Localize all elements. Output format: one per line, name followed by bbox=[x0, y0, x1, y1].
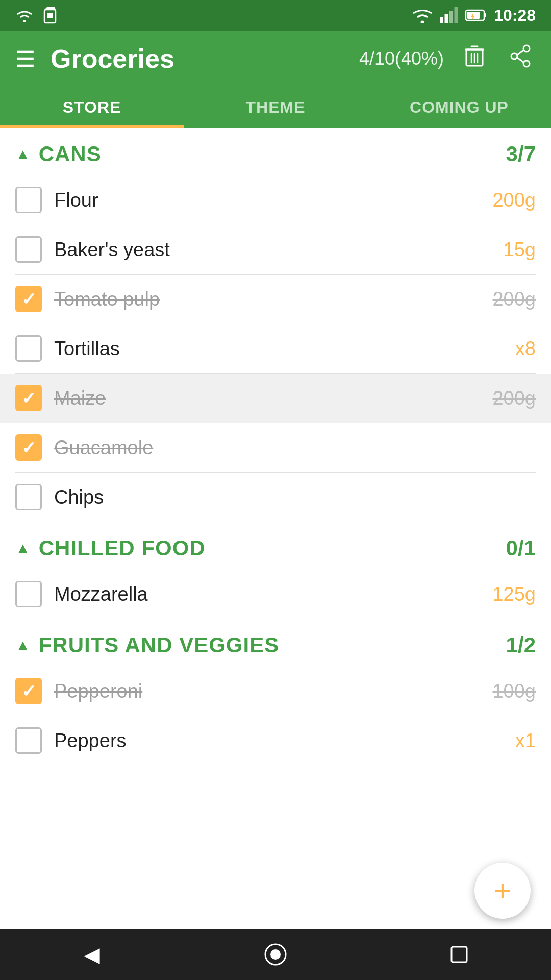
fruits-title: FRUITS AND VEGGIES bbox=[39, 633, 280, 657]
cans-title: CANS bbox=[39, 142, 102, 166]
mozzarella-checkbox[interactable] bbox=[15, 581, 42, 607]
share-icon[interactable] bbox=[505, 39, 536, 78]
fruits-collapse-icon[interactable]: ▲ bbox=[15, 636, 31, 654]
svg-rect-10 bbox=[484, 13, 486, 17]
cans-collapse-icon[interactable]: ▲ bbox=[15, 145, 31, 163]
pepperoni-qty: 100g bbox=[492, 680, 536, 702]
tortillas-checkbox[interactable] bbox=[15, 335, 42, 362]
chilled-collapse-icon[interactable]: ▲ bbox=[15, 540, 31, 557]
section-header-chilled: ▲ CHILLED FOOD 0/1 bbox=[0, 522, 551, 570]
tab-coming-up[interactable]: COMING UP bbox=[367, 87, 551, 128]
cans-count: 3/7 bbox=[506, 142, 536, 166]
tortillas-qty: x8 bbox=[515, 338, 536, 360]
mozzarella-name: Mozzarella bbox=[54, 583, 484, 605]
svg-line-16 bbox=[517, 50, 523, 55]
tab-bar: STORE THEME COMING UP bbox=[0, 87, 551, 128]
delete-icon[interactable] bbox=[459, 39, 490, 78]
tab-theme[interactable]: THEME bbox=[184, 87, 367, 128]
svg-point-13 bbox=[523, 45, 530, 52]
list-item: ✓ Maize 200g bbox=[0, 374, 551, 423]
peppers-name: Peppers bbox=[54, 730, 507, 752]
svg-rect-5 bbox=[440, 17, 443, 23]
header: ☰ Groceries 4/10(40%) bbox=[0, 31, 551, 87]
pepperoni-checkbox[interactable]: ✓ bbox=[15, 678, 42, 704]
wifi-icon bbox=[15, 6, 34, 24]
status-bar-left bbox=[15, 6, 60, 24]
section-cans: ▲ CANS 3/7 Flour 200g Baker's yeast 15g … bbox=[0, 128, 551, 522]
section-header-fruits: ▲ FRUITS AND VEGGIES 1/2 bbox=[0, 619, 551, 667]
add-button[interactable]: + bbox=[474, 863, 531, 919]
list-item: Mozzarella 125g bbox=[0, 570, 551, 619]
tomato-pulp-checkbox[interactable]: ✓ bbox=[15, 286, 42, 312]
tomato-pulp-qty: 200g bbox=[492, 288, 536, 310]
item-count: 4/10(40%) bbox=[359, 48, 444, 69]
svg-point-19 bbox=[270, 949, 281, 960]
svg-point-0 bbox=[23, 20, 26, 22]
bakers-yeast-qty: 15g bbox=[504, 239, 536, 261]
svg-point-14 bbox=[511, 53, 517, 59]
home-button[interactable] bbox=[255, 934, 296, 975]
tomato-pulp-name: Tomato pulp bbox=[54, 288, 484, 310]
status-bar-right: 10:28 bbox=[412, 6, 536, 25]
battery-icon bbox=[465, 8, 487, 22]
chips-name: Chips bbox=[54, 486, 536, 508]
maize-qty: 200g bbox=[492, 387, 536, 409]
add-icon: + bbox=[494, 876, 511, 905]
section-chilled-food: ▲ CHILLED FOOD 0/1 Mozzarella 125g bbox=[0, 522, 551, 619]
flour-name: Flour bbox=[54, 189, 484, 211]
tortillas-name: Tortillas bbox=[54, 338, 507, 360]
svg-point-4 bbox=[421, 21, 424, 24]
fruits-count: 1/2 bbox=[506, 633, 536, 657]
list-item: Flour 200g bbox=[0, 176, 551, 225]
chips-checkbox[interactable] bbox=[15, 484, 42, 510]
app-title: Groceries bbox=[51, 43, 344, 74]
bakers-yeast-checkbox[interactable] bbox=[15, 236, 42, 263]
svg-marker-2 bbox=[44, 7, 56, 10]
content: ▲ CANS 3/7 Flour 200g Baker's yeast 15g … bbox=[0, 128, 551, 847]
guacamole-name: Guacamole bbox=[54, 437, 536, 459]
chilled-title: CHILLED FOOD bbox=[39, 536, 206, 560]
maize-name: Maize bbox=[54, 387, 484, 409]
list-item: Peppers x1 bbox=[0, 716, 551, 765]
mozzarella-qty: 125g bbox=[492, 583, 536, 605]
list-item: Chips bbox=[0, 473, 551, 522]
svg-rect-20 bbox=[452, 947, 467, 962]
section-header-cans: ▲ CANS 3/7 bbox=[0, 128, 551, 176]
flour-qty: 200g bbox=[492, 189, 536, 211]
chilled-count: 0/1 bbox=[506, 536, 536, 560]
pepperoni-name: Pepperoni bbox=[54, 680, 484, 702]
guacamole-checkbox[interactable]: ✓ bbox=[15, 434, 42, 461]
signal-icon bbox=[440, 7, 458, 23]
status-bar: 10:28 bbox=[0, 0, 551, 31]
svg-rect-7 bbox=[449, 11, 453, 23]
list-item: Tortillas x8 bbox=[0, 324, 551, 373]
menu-icon[interactable]: ☰ bbox=[15, 46, 35, 72]
section-fruits-veggies: ▲ FRUITS AND VEGGIES 1/2 ✓ Pepperoni 100… bbox=[0, 619, 551, 765]
back-button[interactable]: ◀ bbox=[71, 934, 112, 975]
wifi-status-icon bbox=[412, 7, 433, 23]
tab-store[interactable]: STORE bbox=[0, 87, 184, 128]
sim-icon bbox=[42, 6, 60, 24]
bakers-yeast-name: Baker's yeast bbox=[54, 239, 495, 261]
svg-point-15 bbox=[523, 61, 530, 67]
list-item: ✓ Guacamole bbox=[0, 423, 551, 472]
svg-line-17 bbox=[517, 58, 523, 62]
list-item: Baker's yeast 15g bbox=[0, 225, 551, 274]
svg-rect-3 bbox=[47, 13, 53, 18]
peppers-qty: x1 bbox=[515, 730, 536, 752]
svg-rect-6 bbox=[445, 14, 448, 23]
flour-checkbox[interactable] bbox=[15, 187, 42, 213]
clock: 10:28 bbox=[494, 6, 536, 25]
svg-rect-8 bbox=[455, 7, 458, 23]
list-item: ✓ Pepperoni 100g bbox=[0, 667, 551, 716]
peppers-checkbox[interactable] bbox=[15, 727, 42, 754]
list-item: ✓ Tomato pulp 200g bbox=[0, 275, 551, 324]
maize-checkbox[interactable]: ✓ bbox=[15, 385, 42, 411]
recents-button[interactable] bbox=[439, 934, 480, 975]
bottom-nav: ◀ bbox=[0, 929, 551, 980]
